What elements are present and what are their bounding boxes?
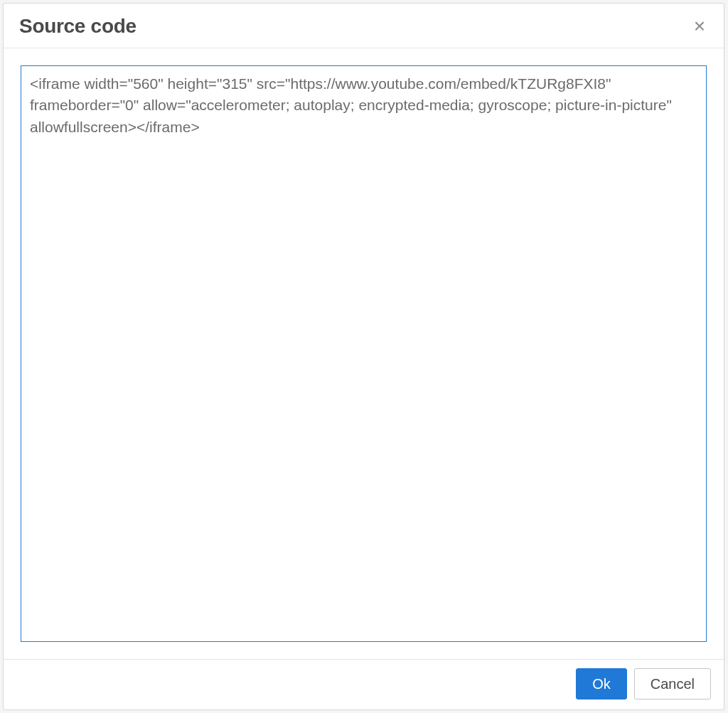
cancel-button[interactable]: Cancel: [634, 668, 711, 699]
close-icon[interactable]: ×: [691, 15, 708, 38]
source-code-dialog: Source code × Ok Cancel: [3, 3, 724, 710]
dialog-body: [4, 48, 724, 659]
ok-button[interactable]: Ok: [576, 668, 627, 699]
dialog-header: Source code ×: [4, 4, 724, 48]
dialog-footer: Ok Cancel: [4, 659, 724, 709]
source-code-textarea[interactable]: [21, 65, 707, 642]
dialog-title: Source code: [19, 15, 136, 38]
